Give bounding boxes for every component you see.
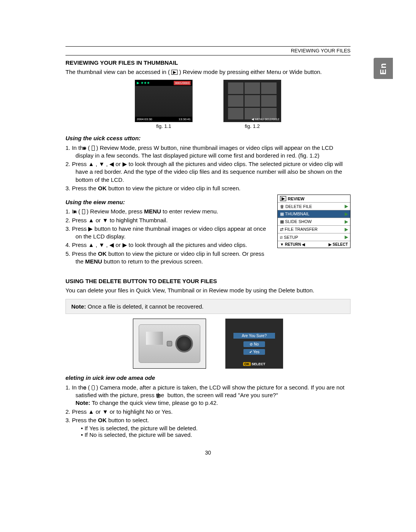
slideshow-icon: ▦ [280, 219, 284, 224]
del-bullet-no: If No is selected, the picture will be s… [81, 431, 351, 438]
quick-step-2: 2. Press ▲ , ▼ , ◀ or ▶ to look through … [65, 160, 351, 184]
language-tab: En [374, 58, 393, 79]
intro-delete: You can delete your files in Quick View,… [65, 287, 351, 294]
review-menu-box: ▶ REVIEW 🗑 DELETE FILE▶ ▦ THUMBNAIL▶ ▦ S… [277, 195, 351, 248]
setup-icon: ⎚ [280, 235, 283, 240]
trash-icon: 🗑 [280, 204, 284, 209]
del-bullet-yes: If Yes is selected, the picture will be … [81, 425, 351, 431]
play-icon: ▶ [92, 146, 95, 151]
note-box: Note: Once a file is deleted, it cannot … [65, 299, 351, 314]
eiew-step-2: 2. Press ▲ or ▼ to highlight Thumbnail. [65, 216, 270, 224]
grid-icon: ▦ [280, 211, 284, 216]
figure-1-2: ◀ MENU 0012/0012 fig. 1.2 [223, 80, 281, 129]
eiew-step-1: 1. In ( ▶ ) Review Mode, press MENU to e… [65, 208, 270, 215]
menu-item-delete: 🗑 DELETE FILE▶ [278, 202, 350, 210]
eiew-step-3: 3. Press ▶ button to have nine thumbnail… [65, 225, 270, 241]
figure-row: ▶ ★★★0001/0003 2004:03:3013:30:41 fig. 1… [65, 80, 351, 129]
del-step-1: 1. In the ( ◎ ) Camera mode, after a pic… [65, 384, 351, 407]
menu-item-thumbnail: ▦ THUMBNAIL▶ [278, 210, 350, 218]
del-step-3: 3. Press the OK button to select. [65, 416, 351, 424]
quick-step-3: 3. Press the OK button to view the pictu… [65, 185, 351, 192]
heading-review-menu: Using the eiew menu: [65, 198, 270, 206]
header-section-ref: REVIEWING YOUR FILES [291, 48, 351, 54]
camera-illustration [133, 319, 206, 369]
intro-thumbnail: The thumbnail view can be accessed in ( … [65, 68, 351, 76]
heading-deleting-quickview: eleting in uick iew ode amea ode [65, 374, 351, 382]
heading-quick-access: Using the uick ccess utton: [65, 134, 351, 142]
figure-1-1: ▶ ★★★0001/0003 2004:03:3013:30:41 fig. 1… [135, 80, 193, 129]
menu-item-setup: ⎚ SETUP▶ [278, 233, 350, 241]
transfer-icon: ⇄ [280, 227, 283, 232]
lcd-prompt: Are You Sure? ⊘ No ✔ Yes OK SELECT [225, 319, 283, 369]
menu-item-slideshow: ▦ SLIDE SHOW▶ [278, 218, 350, 225]
quick-step-1: 1. In the ( ▶ ) Review Mode, press W but… [65, 144, 351, 160]
eiew-step-4: 4. Press ▲ , ▼ , ◀ or ▶ to look through … [65, 241, 270, 249]
play-icon: ▶ [171, 70, 178, 75]
page-number: 30 [65, 450, 351, 456]
thumbnail-grid-icon [228, 82, 277, 119]
heading-delete: USING THE DELETE BUTTON TO DELETE YOUR F… [65, 278, 351, 284]
camera-icon: ◎ [92, 385, 95, 390]
del-step-2: 2. Press ▲ or ▼ or to highlight No or Ye… [65, 408, 351, 416]
play-icon: ▶ [280, 196, 286, 201]
eiew-step-5: 5. Press the OK button to view the pictu… [65, 250, 270, 266]
menu-item-filetransfer: ⇄ FILE TRANSFER▶ [278, 225, 350, 233]
play-icon: ▶ [82, 209, 85, 214]
heading-thumbnail: REVIEWING YOUR FILES IN THUMBNAIL [65, 59, 351, 66]
delete-button-icon [167, 341, 172, 346]
